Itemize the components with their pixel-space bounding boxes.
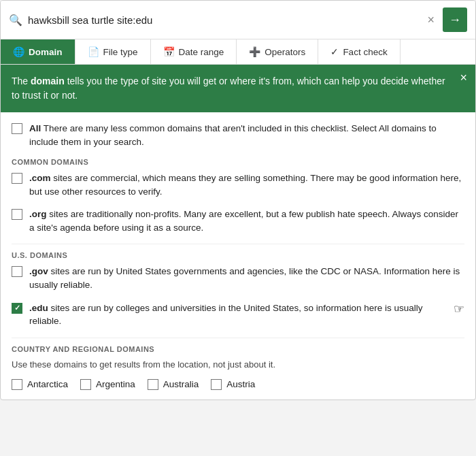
com-checkbox[interactable] [12, 173, 22, 184]
info-banner-text: The domain tells you the type of site yo… [12, 76, 445, 101]
tab-filetype-label: File type [103, 47, 138, 57]
search-go-button[interactable]: → [443, 7, 467, 32]
search-clear-button[interactable]: × [424, 14, 437, 26]
tab-operators-label: Operators [265, 47, 305, 57]
edu-name: .edu [29, 303, 48, 313]
com-label: .com sites are commercial, which means t… [29, 172, 464, 198]
tab-daterange[interactable]: 📅 Date range [151, 39, 237, 64]
tab-daterange-label: Date range [179, 47, 224, 57]
search-input[interactable] [28, 14, 419, 26]
austria-label: Austria [226, 379, 255, 389]
domain-icon: 🌐 [13, 46, 24, 57]
org-checkbox[interactable] [12, 209, 22, 220]
antarctica-checkbox[interactable] [12, 379, 22, 390]
australia-label: Australia [163, 379, 199, 389]
gov-label: .gov sites are run by United States gove… [29, 265, 464, 291]
australia-checkbox[interactable] [148, 379, 158, 390]
gov-domain-row: .gov sites are run by United States gove… [12, 265, 464, 291]
country-item-austria[interactable]: Austria [211, 378, 255, 390]
all-option-label: All There are many less common domains t… [29, 122, 464, 148]
antarctica-label: Antarctica [27, 379, 68, 389]
com-name: .com [29, 173, 51, 183]
org-label: .org sites are traditionally non-profits… [29, 208, 464, 234]
all-option-row: All There are many less common domains t… [12, 122, 464, 148]
com-domain-row: .com sites are commercial, which means t… [12, 172, 464, 198]
country-grid: Antarctica Argentina Australia Austria [12, 378, 464, 390]
tab-operators[interactable]: ➕ Operators [237, 39, 318, 64]
org-description: sites are traditionally non-profits. Man… [29, 209, 458, 233]
com-description: sites are commercial, which means they a… [29, 173, 461, 197]
operators-icon: ➕ [249, 46, 260, 57]
country-item-argentina[interactable]: Argentina [80, 378, 135, 390]
all-label-rest: There are many less common domains that … [29, 123, 437, 147]
gov-checkbox[interactable] [12, 266, 22, 277]
daterange-icon: 📅 [163, 46, 175, 57]
austria-checkbox[interactable] [211, 379, 222, 390]
filetype-icon: 📄 [88, 46, 99, 57]
info-banner-bold: domain [31, 76, 65, 86]
all-checkbox[interactable] [12, 123, 22, 134]
edu-label: .edu sites are run by colleges and unive… [29, 302, 445, 328]
edu-domain-row: .edu sites are run by colleges and unive… [12, 302, 464, 328]
edu-description: sites are run by colleges and universiti… [29, 303, 423, 327]
all-label-bold: All [29, 123, 41, 133]
tab-factcheck[interactable]: ✓ Fact check [318, 39, 400, 64]
country-item-australia[interactable]: Australia [148, 378, 199, 390]
tab-domain-label: Domain [29, 47, 63, 57]
domain-content: All There are many less common domains t… [1, 112, 475, 400]
gov-description: sites are run by United States governmen… [29, 266, 460, 290]
country-item-antarctica[interactable]: Antarctica [12, 378, 68, 390]
divider-2 [12, 338, 464, 338]
common-domains-header: COMMON DOMAINS [12, 158, 464, 166]
edu-checkbox[interactable] [12, 303, 22, 314]
argentina-label: Argentina [96, 379, 135, 389]
cursor-indicator: ☞ [454, 302, 464, 316]
country-section-description: Use these domains to get results from th… [12, 359, 464, 372]
tab-filetype[interactable]: 📄 File type [75, 39, 151, 64]
factcheck-icon: ✓ [330, 46, 339, 57]
argentina-checkbox[interactable] [80, 379, 91, 390]
main-container: 🔍 × → 🌐 Domain 📄 File type 📅 Date range … [0, 0, 476, 400]
info-banner: The domain tells you the type of site yo… [1, 65, 475, 112]
org-name: .org [29, 209, 47, 219]
search-bar: 🔍 × → [1, 1, 475, 39]
tab-domain[interactable]: 🌐 Domain [1, 39, 75, 64]
org-domain-row: .org sites are traditionally non-profits… [12, 208, 464, 234]
info-banner-close-button[interactable]: × [460, 71, 467, 84]
us-domains-header: U.S. DOMAINS [12, 251, 464, 259]
divider-1 [12, 244, 464, 244]
search-icon: 🔍 [9, 14, 22, 27]
tabs-bar: 🌐 Domain 📄 File type 📅 Date range ➕ Oper… [1, 39, 475, 65]
gov-name: .gov [29, 266, 48, 276]
tab-factcheck-label: Fact check [343, 47, 387, 57]
country-domains-header: COUNTRY AND REGIONAL DOMAINS [12, 345, 464, 353]
